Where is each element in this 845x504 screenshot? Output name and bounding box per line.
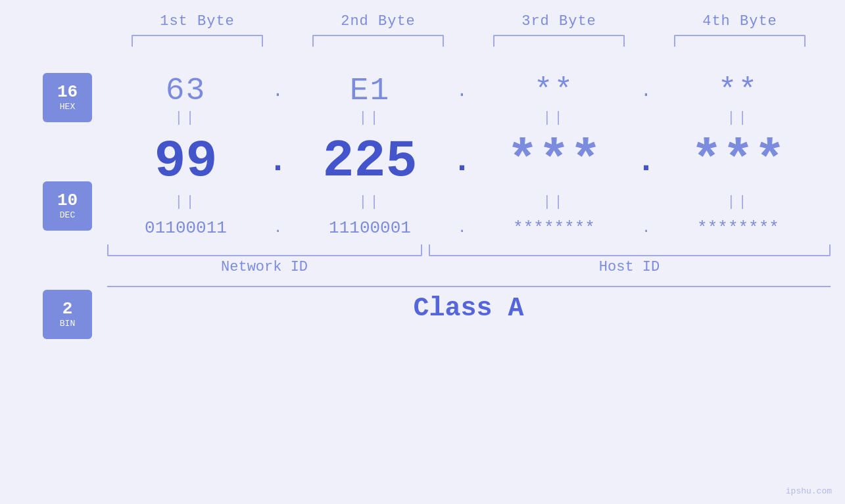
top-brackets <box>107 35 831 47</box>
dot-2: . <box>449 81 475 101</box>
hex-row: 63 . E1 . ** . ** <box>107 73 831 108</box>
main-container: 1st Byte 2nd Byte 3rd Byte 4th Byte 16 H… <box>0 0 845 504</box>
dec-badge-label: DEC <box>60 210 75 220</box>
bin-dot-1: . <box>265 220 291 237</box>
col-header-3: 3rd Byte <box>480 13 638 30</box>
watermark: ipshu.com <box>786 486 832 496</box>
equals-row-2: || || || || <box>107 194 831 210</box>
hex-badge: 16 HEX <box>43 73 92 122</box>
bin-dot-3: . <box>633 220 660 237</box>
hex-byte-4: ** <box>660 73 817 108</box>
bin-byte-2: 11100001 <box>291 218 449 238</box>
dec-dot-2: . <box>449 143 475 180</box>
dec-row: 99 . 225 . *** . *** <box>107 131 831 191</box>
dec-badge-num: 10 <box>57 192 78 209</box>
bracket-3 <box>493 35 625 47</box>
bracket-2 <box>312 35 444 47</box>
col-header-4: 4th Byte <box>661 13 819 30</box>
hex-badge-label: HEX <box>60 102 75 112</box>
hex-byte-3: ** <box>475 73 633 108</box>
hex-badge-num: 16 <box>57 83 78 101</box>
dec-dot-3: . <box>633 143 660 180</box>
bin-badge-num: 2 <box>62 300 73 317</box>
dec-badge: 10 DEC <box>43 181 92 231</box>
class-bracket-line <box>107 286 831 287</box>
bin-byte-1: 01100011 <box>107 218 265 238</box>
column-headers: 1st Byte 2nd Byte 3rd Byte 4th Byte <box>107 13 831 30</box>
bracket-1 <box>132 35 263 47</box>
bin-row: 01100011 . 11100001 . ******** . <box>107 218 831 238</box>
host-id-bracket <box>429 244 831 256</box>
bin-badge: 2 BIN <box>43 290 92 339</box>
hex-byte-1: 63 <box>107 73 265 108</box>
bin-badge-label: BIN <box>60 319 75 329</box>
bottom-bracket-area <box>107 244 831 256</box>
bottom-labels: Network ID Host ID <box>107 259 831 275</box>
equals-row-1: || || || || <box>107 110 831 126</box>
col-header-1: 1st Byte <box>118 13 276 30</box>
host-id-label: Host ID <box>429 259 831 275</box>
dec-dot-1: . <box>265 143 291 180</box>
badges-column: 16 HEX 10 DEC 2 BIN <box>15 66 107 339</box>
dec-byte-4: *** <box>660 131 817 191</box>
col-header-2: 2nd Byte <box>299 13 457 30</box>
data-area: 63 . E1 . ** . ** <box>107 66 831 323</box>
dec-byte-1: 99 <box>107 131 265 191</box>
network-id-label: Network ID <box>107 259 422 275</box>
network-id-bracket <box>107 244 422 256</box>
bin-byte-3: ******** <box>475 218 633 238</box>
bin-byte-4: ******** <box>660 218 817 238</box>
dot-3: . <box>633 81 660 101</box>
bracket-4 <box>674 35 806 47</box>
bin-dot-2: . <box>449 220 475 237</box>
dec-byte-3: *** <box>475 131 633 191</box>
dot-1: . <box>265 81 291 101</box>
class-label: Class A <box>107 294 831 323</box>
dec-byte-2: 225 <box>291 131 449 191</box>
hex-byte-2: E1 <box>291 73 449 108</box>
